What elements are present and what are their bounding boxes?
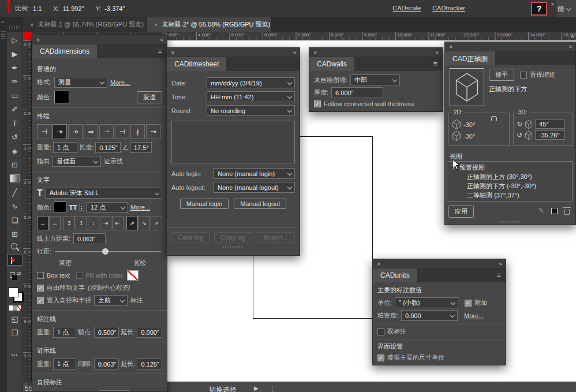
- panel-collapse-icon[interactable]: «: [568, 43, 571, 50]
- dimline-weight-input[interactable]: 1 点: [53, 327, 76, 338]
- edit-preset-icon[interactable]: ✎: [538, 207, 544, 215]
- export-button[interactable]: Export...: [257, 232, 295, 242]
- zoom-tool[interactable]: [8, 241, 23, 255]
- screen-mode[interactable]: ❐: [8, 326, 23, 339]
- follow-primary-checkbox[interactable]: ✓: [377, 354, 384, 361]
- axis-left-angle-value[interactable]: -30°: [463, 121, 475, 128]
- tab-cadunits[interactable]: CADunits: [373, 268, 417, 282]
- more-tools[interactable]: •••: [8, 348, 23, 361]
- document-tab[interactable]: ×未标题-2* @ 55.08% (RGB/GPU 预览): [147, 17, 271, 32]
- wall-thickness-input[interactable]: 6.000": [331, 87, 383, 98]
- panel-resize-grip[interactable]: [445, 220, 575, 223]
- format-select[interactable]: 测量: [54, 77, 107, 88]
- panel-close-icon[interactable]: ×: [171, 50, 174, 55]
- append-checkbox[interactable]: ✓: [465, 300, 472, 307]
- panel-collapse-icon[interactable]: «: [499, 260, 502, 267]
- text-top-button[interactable]: ↧: [63, 216, 75, 230]
- selection-tool[interactable]: ▷: [8, 33, 23, 47]
- panel-collapse-icon[interactable]: «: [160, 36, 163, 43]
- text-diagonal-above-button[interactable]: ⇘: [139, 216, 150, 230]
- dimension-color-swatch[interactable]: [54, 91, 69, 103]
- auto-login-select[interactable]: None (manual login): [214, 168, 295, 179]
- terminal-angle-input[interactable]: 17.5°: [130, 142, 152, 153]
- units-more-link[interactable]: More...: [464, 312, 484, 319]
- ruler-origin[interactable]: [23, 32, 32, 40]
- send-button[interactable]: 发送: [137, 91, 162, 103]
- text-more-link[interactable]: More...: [130, 204, 150, 211]
- above-line-input[interactable]: 0.063": [73, 233, 106, 244]
- type-tool[interactable]: T: [8, 116, 23, 130]
- dual-dimension-checkbox[interactable]: [377, 328, 384, 335]
- panel-close-icon[interactable]: ×: [449, 44, 452, 50]
- point-to-select[interactable]: 最佳面: [53, 156, 101, 167]
- default-fill-stroke[interactable]: ⇄: [8, 269, 23, 283]
- font-size-select[interactable]: 12 点: [87, 202, 128, 213]
- timesheet-log-area[interactable]: [171, 121, 295, 163]
- font-size-stepper[interactable]: ▲▼: [79, 204, 84, 211]
- witness-gap-input[interactable]: 0.063": [94, 359, 119, 369]
- text-between-lines-button[interactable]: ↔: [37, 216, 48, 230]
- terminal-length-input[interactable]: 0.125": [95, 142, 121, 153]
- format-more-link[interactable]: More...: [110, 79, 130, 86]
- paintbrush-tool[interactable]: ✐: [8, 102, 23, 116]
- place-diameter-checkbox[interactable]: ✓: [37, 297, 44, 304]
- text-aligned-diagonal-button[interactable]: ⇗: [126, 216, 138, 230]
- fill-stroke-swatches[interactable]: [8, 286, 23, 304]
- gradient-tool[interactable]: ▦: [8, 171, 23, 185]
- foreshorten-checkbox[interactable]: [520, 72, 527, 79]
- terminal-open-arrow-button[interactable]: ↠: [68, 124, 83, 139]
- clear-log-button[interactable]: Clear log: [171, 232, 210, 242]
- pen-tool[interactable]: ✒: [8, 61, 23, 74]
- x-value[interactable]: 11.992": [63, 5, 84, 12]
- follow-wall-checkbox[interactable]: ✓: [314, 100, 321, 107]
- shape-builder-tool[interactable]: ⊡: [8, 158, 23, 171]
- tab-cad-axonometric[interactable]: CAD正轴测: [445, 51, 495, 65]
- color-gradient-none-strip[interactable]: [8, 304, 23, 312]
- text-left-button[interactable]: ⇤: [112, 216, 124, 230]
- leading-slider[interactable]: [55, 251, 161, 252]
- text-right-button[interactable]: ⇥: [100, 216, 111, 230]
- terminal-dot-button[interactable]: ⊸: [146, 124, 160, 139]
- witness-ext-input[interactable]: 0.125": [137, 359, 162, 369]
- tab-close-icon[interactable]: ×: [154, 21, 158, 28]
- tab-cadwalls[interactable]: CADwalls: [309, 57, 354, 71]
- panel-collapse-icon[interactable]: «: [435, 49, 438, 55]
- wall-from-select[interactable]: 中部: [350, 74, 400, 85]
- fill-with-color-checkbox[interactable]: [76, 272, 83, 279]
- view-preset-item[interactable]: 正轴测的上方 (30°,30°): [447, 172, 572, 181]
- auto-logout-select[interactable]: None (manual logout): [214, 182, 295, 193]
- graph-tool[interactable]: ❏: [8, 213, 23, 227]
- panel-collapse-icon[interactable]: «: [293, 49, 296, 55]
- dock-grip[interactable]: [1, 31, 6, 39]
- panel-close-icon[interactable]: ×: [36, 37, 40, 43]
- cadscale-link[interactable]: CADscale: [392, 5, 421, 12]
- text-middle-button[interactable]: ↕: [88, 216, 99, 230]
- round-select[interactable]: No rounding: [207, 105, 295, 116]
- draw-mode[interactable]: ◱: [8, 312, 23, 326]
- expand-dock-icon[interactable]: »: [1, 19, 4, 25]
- fill-color-none-swatch[interactable]: [127, 270, 139, 281]
- symbol-sprayer-tool[interactable]: ∿: [8, 199, 23, 213]
- curvature-tool[interactable]: ✑: [8, 74, 23, 88]
- copy-log-button[interactable]: Copy log: [214, 232, 252, 242]
- panel-menu-icon[interactable]: ≡: [428, 57, 442, 71]
- tilt-angle-input[interactable]: -35.26°: [535, 130, 565, 140]
- new-preset-icon[interactable]: [551, 208, 558, 214]
- close-icon[interactable]: ×: [551, 1, 554, 8]
- flatten-button[interactable]: 修平: [489, 69, 514, 81]
- apply-button[interactable]: 应用: [448, 206, 474, 218]
- delete-preset-icon[interactable]: [564, 209, 570, 215]
- text-middle-up-button[interactable]: ↥: [76, 216, 87, 230]
- scale-value[interactable]: 1:1: [33, 5, 42, 12]
- document-tab[interactable]: ×未标题-1 @ 55.74% (RGB/GPU 预览): [23, 17, 147, 32]
- view-preset-item[interactable]: 二等轴测 (37°,37°): [447, 191, 572, 200]
- toolbar-grip[interactable]: [9, 25, 21, 29]
- dimline-ext-input[interactable]: 0.000": [137, 327, 162, 338]
- tab-cadtimesheet[interactable]: CADtimesheet: [167, 57, 226, 71]
- panel-resize-grip[interactable]: [171, 245, 295, 249]
- text-diagonal-free-button[interactable]: ⇗: [151, 216, 162, 230]
- artboard-tool[interactable]: [8, 255, 23, 266]
- view-preset-item[interactable]: 正轴测的下方 (-30°,-30°): [447, 181, 572, 191]
- time-select[interactable]: HH:mm (11:42): [207, 91, 295, 102]
- terminal-small-tick-button[interactable]: ⊣: [115, 124, 129, 139]
